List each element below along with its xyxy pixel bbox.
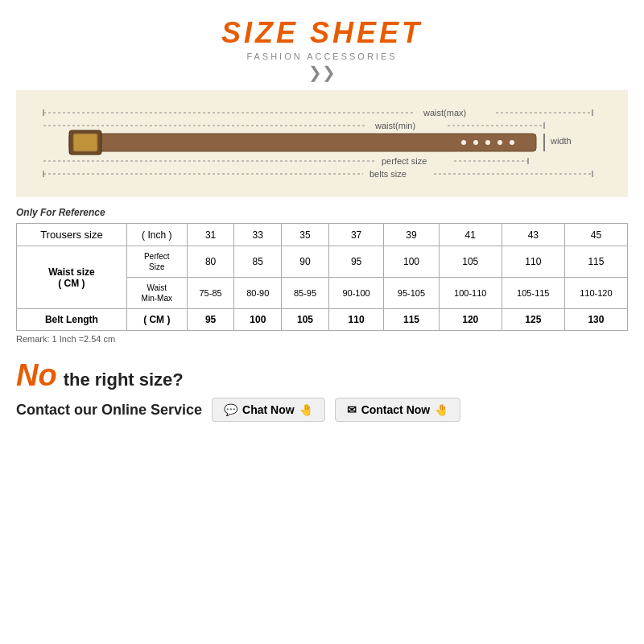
svg-text:waist(min): waist(min) [374, 121, 415, 130]
wmm-100-110: 100-110 [439, 278, 502, 309]
waist-size-label: Waist size( CM ) [17, 246, 127, 309]
belt-length-unit: ( CM ) [126, 309, 187, 331]
belt-diagram: waist(max) waist(min) width [16, 90, 628, 197]
col-41: 41 [439, 224, 502, 246]
svg-point-14 [473, 140, 478, 145]
bl-110: 110 [328, 309, 383, 331]
belt-length-label: Belt Length [17, 309, 127, 331]
ps-115: 115 [564, 246, 627, 278]
ps-110: 110 [502, 246, 564, 278]
svg-text:belts size: belts size [369, 169, 407, 179]
perfect-size-label: PerfectSize [126, 246, 187, 278]
wmm-105-115: 105-115 [502, 278, 564, 309]
ps-100: 100 [384, 246, 439, 278]
no-size-line: No the right size? [16, 358, 628, 393]
contact-label: Contact our Online Service [16, 402, 202, 419]
svg-text:perfect size: perfect size [382, 156, 427, 166]
bl-120: 120 [439, 309, 502, 331]
col-43: 43 [502, 224, 564, 246]
belt-svg: waist(max) waist(min) width [29, 101, 609, 186]
col-31: 31 [187, 224, 234, 246]
waist-minmax-label: WaistMin-Max [126, 278, 187, 309]
trousers-size-header: Trousers size [17, 224, 127, 246]
bl-130: 130 [564, 309, 627, 331]
svg-point-16 [497, 140, 502, 145]
hand-icon-contact: 🤚 [435, 403, 448, 416]
wmm-95-105: 95-105 [384, 278, 439, 309]
ps-105: 105 [439, 246, 502, 278]
hand-icon-chat: 🤚 [299, 403, 313, 416]
bottom-section: No the right size? Contact our Online Se… [16, 358, 628, 422]
wmm-90-100: 90-100 [328, 278, 383, 309]
chevron-icon: ❯❯ [221, 63, 423, 82]
bl-105: 105 [282, 309, 329, 331]
svg-text:waist(max): waist(max) [423, 108, 466, 118]
contact-line: Contact our Online Service 💬 Chat Now 🤚 … [16, 398, 628, 422]
ps-90: 90 [282, 246, 329, 278]
inch-header: ( Inch ) [126, 224, 187, 246]
ps-80: 80 [187, 246, 234, 278]
email-icon: ✉ [347, 403, 357, 416]
bl-95: 95 [187, 309, 234, 331]
wmm-85-95: 85-95 [282, 278, 329, 309]
col-33: 33 [234, 224, 282, 246]
sub-title: FASHION ACCESSORIES [221, 52, 423, 61]
col-39: 39 [384, 224, 439, 246]
right-size-text: the right size? [64, 369, 184, 390]
title-section: SIZE SHEET FASHION ACCESSORIES ❯❯ [221, 16, 423, 87]
bl-125: 125 [502, 309, 564, 331]
remark-text: Remark: 1 Inch =2.54 cm [16, 334, 628, 344]
col-35: 35 [282, 224, 329, 246]
svg-point-13 [461, 140, 466, 145]
chat-now-label: Chat Now [242, 403, 295, 416]
wmm-110-120: 110-120 [564, 278, 627, 309]
table-section: Only For Reference Trousers size ( Inch … [16, 207, 628, 344]
chat-now-button[interactable]: 💬 Chat Now 🤚 [212, 398, 325, 422]
belt-length-row: Belt Length ( CM ) 95 100 105 110 115 12… [17, 309, 628, 331]
col-45: 45 [564, 224, 627, 246]
col-37: 37 [328, 224, 383, 246]
perfect-size-row: Waist size( CM ) PerfectSize 80 85 90 95… [17, 246, 628, 278]
table-header-row: Trousers size ( Inch ) 31 33 35 37 39 41… [17, 224, 628, 246]
svg-point-15 [485, 140, 490, 145]
chat-icon: 💬 [224, 403, 237, 416]
ps-95: 95 [328, 246, 383, 278]
wmm-75-85: 75-85 [187, 278, 234, 309]
wmm-80-90: 80-90 [234, 278, 282, 309]
ps-85: 85 [234, 246, 282, 278]
svg-rect-12 [73, 134, 97, 151]
contact-now-label: Contact Now [361, 403, 431, 416]
bl-115: 115 [384, 309, 439, 331]
main-title: SIZE SHEET [221, 16, 423, 50]
only-ref-label: Only For Reference [16, 207, 628, 218]
bl-100: 100 [234, 309, 282, 331]
no-text: No [16, 358, 57, 393]
svg-text:width: width [550, 136, 572, 146]
contact-now-button[interactable]: ✉ Contact Now 🤚 [335, 398, 461, 422]
size-table: Trousers size ( Inch ) 31 33 35 37 39 41… [16, 223, 628, 331]
svg-point-17 [510, 140, 514, 145]
